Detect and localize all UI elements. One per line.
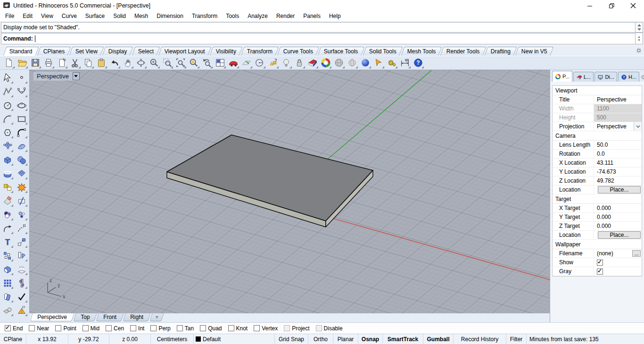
property-value[interactable]: 50.0 xyxy=(594,141,642,149)
sidebar-text-object-button[interactable]: T xyxy=(1,236,14,248)
sidebar-join-button[interactable] xyxy=(1,209,14,221)
perspective-viewport[interactable]: zyx Perspective xyxy=(29,70,550,313)
toolbar-paste-button[interactable] xyxy=(95,57,107,69)
osnap-checkbox-quad[interactable] xyxy=(200,325,206,331)
sidebar-group-button[interactable] xyxy=(16,209,28,221)
status-y-coordinate[interactable]: y -29.72 xyxy=(68,334,109,344)
toolbar-tab-solid-tools[interactable]: Solid Tools xyxy=(363,47,403,56)
toolbar-new-document-button[interactable] xyxy=(3,57,15,69)
toolbar-tab-surface-tools[interactable]: Surface Tools xyxy=(318,47,364,56)
menu-mesh[interactable]: Mesh xyxy=(130,11,152,21)
property-value[interactable]: -74.673 xyxy=(594,168,642,176)
sidebar-surface-from-curves-button[interactable] xyxy=(16,140,28,152)
toolbar-angle-dial-button[interactable] xyxy=(254,57,266,69)
sidebar-curve-fillet-button[interactable] xyxy=(1,222,14,235)
panel-tab-l[interactable]: L... xyxy=(573,72,594,82)
sidebar-rectangular-array-button[interactable] xyxy=(1,277,14,289)
osnap-checkbox-int[interactable] xyxy=(130,325,136,331)
property-value[interactable]: 0.000 xyxy=(594,222,642,230)
toolbar-tab-display[interactable]: Display xyxy=(102,47,133,56)
command-input[interactable]: Command: xyxy=(1,33,636,44)
command-history-scroll[interactable] xyxy=(636,22,643,33)
sidebar-match-properties-button[interactable] xyxy=(1,291,14,303)
toolbar-viewport-layout-button[interactable] xyxy=(214,57,226,69)
scroll-up-icon[interactable] xyxy=(637,24,641,26)
sidebar-polyline-button[interactable] xyxy=(1,85,14,98)
sidebar-cylinder-button[interactable] xyxy=(1,168,14,180)
viewport-tab-right[interactable]: Right xyxy=(123,313,151,321)
menu-view[interactable]: View xyxy=(37,11,58,21)
minimize-button[interactable] xyxy=(579,0,601,11)
menu-render[interactable]: Render xyxy=(272,11,299,21)
osnap-checkbox-point[interactable] xyxy=(55,325,61,331)
property-value[interactable] xyxy=(594,267,642,276)
toolbar-tab-new-in-v5[interactable]: New in V5 xyxy=(515,47,553,56)
close-button[interactable] xyxy=(622,0,644,11)
osnap-checkbox-vertex[interactable] xyxy=(254,325,260,331)
toolbar-shaded-viewport-button[interactable] xyxy=(333,57,345,69)
property-value[interactable]: 49.782 xyxy=(594,176,642,185)
sidebar-sphere-button[interactable] xyxy=(16,154,28,166)
sidebar-single-point-button[interactable] xyxy=(16,72,28,84)
status-record-history-toggle[interactable]: Record History xyxy=(454,334,506,344)
toolbar-tab-curve-tools[interactable]: Curve Tools xyxy=(277,47,320,56)
sidebar-ellipse-button[interactable] xyxy=(16,99,28,111)
toolbar-options-gears-button[interactable] xyxy=(386,57,398,69)
toolbar-named-position-car-button[interactable] xyxy=(227,57,239,69)
toolbar-undo-button[interactable] xyxy=(108,57,121,69)
osnap-checkbox-mid[interactable] xyxy=(83,325,89,331)
sidebar-copy-blocks-button[interactable] xyxy=(1,250,14,262)
status-smarttrack-toggle[interactable]: SmartTrack xyxy=(383,334,423,344)
sidebar-arc-button[interactable] xyxy=(1,113,14,125)
menu-edit[interactable]: Edit xyxy=(18,11,37,21)
osnap-checkbox-perp[interactable] xyxy=(150,325,157,331)
toolbar-tab-transform[interactable]: Transform xyxy=(240,47,279,56)
place-button[interactable]: Place... xyxy=(598,231,641,239)
menu-surface[interactable]: Surface xyxy=(81,11,109,21)
status-z-coordinate[interactable]: z 0.00 xyxy=(109,334,151,344)
spin-down-icon[interactable]: ▼ xyxy=(638,39,641,42)
toolbar-pan-view-button[interactable] xyxy=(122,57,134,69)
status-osnap-toggle[interactable]: Osnap xyxy=(358,334,383,344)
viewport-tab-front[interactable]: Front xyxy=(96,313,124,321)
toolbar-zoom-dynamic-button[interactable] xyxy=(148,57,160,69)
status-ortho-toggle[interactable]: Ortho xyxy=(308,334,333,344)
menu-tools[interactable]: Tools xyxy=(222,11,243,21)
toolbar-open-file-button[interactable] xyxy=(16,57,28,69)
status-grid-snap-toggle[interactable]: Grid Snap xyxy=(275,334,308,344)
property-value[interactable] xyxy=(594,258,642,267)
toolbar-copy-button[interactable] xyxy=(82,57,94,69)
checkbox-gray[interactable] xyxy=(597,268,603,275)
sidebar-boolean-union-button[interactable] xyxy=(1,181,14,193)
menu-dimension[interactable]: Dimension xyxy=(152,11,188,21)
place-button[interactable]: Place... xyxy=(598,186,641,193)
toolbar-tab-render-tools[interactable]: Render Tools xyxy=(440,47,486,56)
status-cplane-pane[interactable]: CPlane xyxy=(0,334,26,344)
spin-up-icon[interactable]: ▲ xyxy=(638,35,641,39)
sidebar-trim-button[interactable] xyxy=(1,195,14,207)
toolbar-rendered-viewport-button[interactable] xyxy=(359,57,372,69)
toolbar-set-cplane-button[interactable] xyxy=(240,57,253,69)
toolbar-tab-select[interactable]: Select xyxy=(132,47,160,56)
property-value[interactable]: 43.111 xyxy=(594,159,642,167)
status-units[interactable]: Centimeters xyxy=(151,334,194,344)
toolbar-move-objects-button[interactable] xyxy=(267,57,279,69)
osnap-checkbox-cen[interactable] xyxy=(106,325,112,331)
toolbar-tab-mesh-tools[interactable]: Mesh Tools xyxy=(401,47,442,56)
toolbar-tab-drafting[interactable]: Drafting xyxy=(484,47,517,56)
menu-solid[interactable]: Solid xyxy=(109,11,130,21)
sidebar-rectangle-button[interactable] xyxy=(16,113,28,125)
checkbox-show[interactable] xyxy=(597,260,603,266)
sidebar-box-button[interactable] xyxy=(1,154,14,166)
osnap-checkbox-tan[interactable] xyxy=(177,325,183,331)
scroll-down-icon[interactable] xyxy=(637,28,641,31)
toolbar-zoom-selected-button[interactable] xyxy=(188,57,200,69)
viewport-tab-add[interactable]: + xyxy=(149,313,164,321)
property-value[interactable]: 0.0 xyxy=(594,150,642,158)
sidebar-fillet-corner-curve-button[interactable] xyxy=(16,126,28,139)
toolbar-dimension-button[interactable] xyxy=(399,57,411,69)
toolbar-print-button[interactable] xyxy=(42,57,55,69)
sidebar-polygon-button[interactable] xyxy=(1,126,14,139)
property-value[interactable]: (none)... xyxy=(594,249,642,258)
sidebar-surface-network-button[interactable] xyxy=(16,168,28,180)
